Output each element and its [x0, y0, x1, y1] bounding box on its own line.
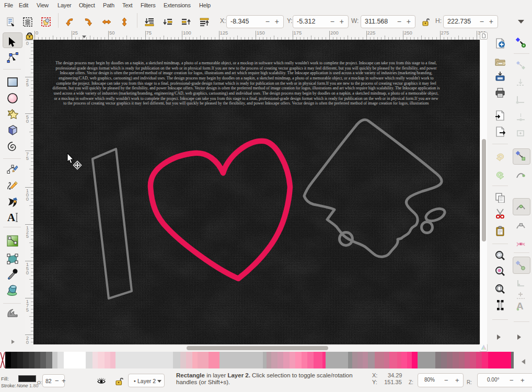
svg-text:A: A	[7, 212, 16, 223]
